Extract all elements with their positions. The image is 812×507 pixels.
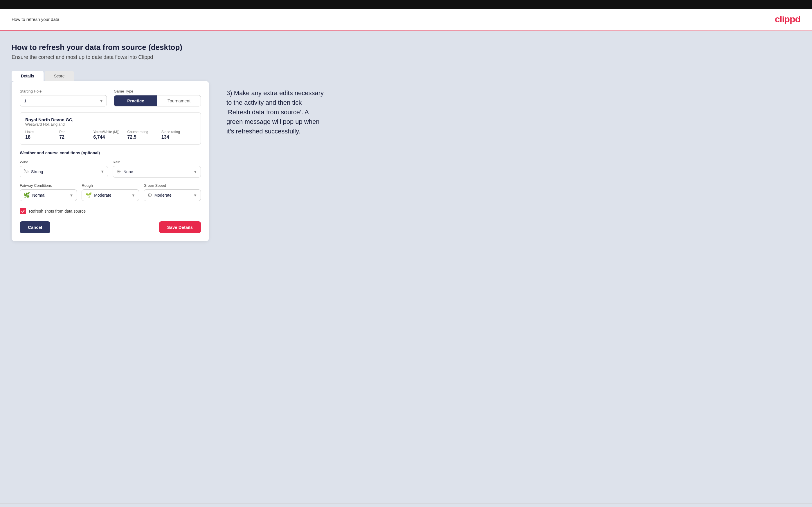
tab-strip: Details Score: [12, 71, 209, 81]
wind-arrow-icon: ▼: [100, 169, 104, 174]
game-type-toggle: Practice Tournament: [114, 95, 201, 106]
holes-label: Holes: [25, 130, 59, 134]
starting-hole-label: Starting Hole: [20, 89, 107, 94]
form-card-wrapper: Details Score Starting Hole 1 10 ▼: [12, 71, 209, 241]
fairway-label: Fairway Conditions: [20, 183, 77, 188]
side-instruction-text: 3) Make any extra edits necessary to the…: [226, 88, 325, 136]
button-row: Cancel Save Details: [20, 221, 201, 233]
page-heading: How to refresh your data from source (de…: [12, 43, 800, 52]
course-rating-label: Course rating: [128, 130, 161, 134]
fairway-group: Fairway Conditions 🌿 Normal ▼: [20, 183, 77, 201]
green-speed-arrow-icon: ▼: [193, 193, 197, 198]
rain-value: None: [123, 169, 193, 174]
rain-select[interactable]: ☀ None ▼: [113, 166, 201, 177]
rough-select[interactable]: 🌱 Moderate ▼: [82, 189, 139, 201]
rough-group: Rough 🌱 Moderate ▼: [82, 183, 139, 201]
course-stats: Holes 18 Par 72 Yards/White (M)) 6,744: [25, 130, 195, 140]
cancel-button[interactable]: Cancel: [20, 221, 50, 233]
header-title: How to refresh your data: [12, 17, 59, 22]
weather-section-label: Weather and course conditions (optional): [20, 151, 201, 155]
course-name: Royal North Devon GC,: [25, 117, 195, 122]
starting-hole-select[interactable]: 1 10: [20, 95, 107, 106]
course-location: Westward Hol, England: [25, 122, 195, 126]
wind-value: Strong: [31, 169, 100, 174]
side-instruction: 3) Make any extra edits necessary to the…: [226, 71, 325, 136]
tab-score[interactable]: Score: [45, 71, 74, 81]
fairway-select[interactable]: 🌿 Normal ▼: [20, 189, 77, 201]
tournament-button[interactable]: Tournament: [157, 96, 201, 106]
checkmark-icon: [21, 209, 25, 213]
starting-hole-group: Starting Hole 1 10 ▼: [20, 89, 107, 106]
practice-button[interactable]: Practice: [114, 96, 157, 106]
green-speed-value: Moderate: [154, 193, 193, 198]
green-speed-label: Green Speed: [144, 183, 201, 188]
rough-value: Moderate: [94, 193, 131, 198]
green-speed-icon: ⚙: [148, 192, 152, 199]
wind-label: Wind: [20, 160, 108, 164]
form-card: Starting Hole 1 10 ▼ Game Type Practi: [12, 81, 209, 241]
tab-details[interactable]: Details: [12, 71, 44, 81]
stat-yards: Yards/White (M)) 6,744: [93, 130, 127, 140]
course-rating-value: 72.5: [128, 134, 161, 140]
slope-rating-value: 134: [161, 134, 195, 140]
refresh-checkbox[interactable]: [20, 208, 26, 214]
stat-holes: Holes 18: [25, 130, 59, 140]
game-type-label: Game Type: [114, 89, 201, 94]
rain-label: Rain: [113, 160, 201, 164]
content-row: Details Score Starting Hole 1 10 ▼: [12, 71, 800, 241]
game-type-group: Game Type Practice Tournament: [114, 89, 201, 106]
fairway-icon: 🌿: [23, 192, 30, 199]
card-tabs: Details Score: [12, 71, 209, 81]
stat-course-rating: Course rating 72.5: [128, 130, 161, 140]
course-info-box: Royal North Devon GC, Westward Hol, Engl…: [20, 112, 201, 145]
wind-group: Wind 🌬 Strong ▼: [20, 160, 108, 177]
par-value: 72: [59, 134, 93, 140]
yards-label: Yards/White (M)): [93, 130, 127, 134]
save-button[interactable]: Save Details: [159, 221, 201, 233]
page-subheading: Ensure the correct and most up to date d…: [12, 54, 800, 60]
rough-icon: 🌱: [85, 192, 92, 199]
top-bar: [0, 0, 812, 9]
refresh-checkbox-label: Refresh shots from data source: [29, 209, 86, 214]
refresh-checkbox-row: Refresh shots from data source: [20, 208, 201, 214]
wind-select[interactable]: 🌬 Strong ▼: [20, 166, 108, 177]
stat-par: Par 72: [59, 130, 93, 140]
wind-rain-row: Wind 🌬 Strong ▼ Rain ☀ None ▼: [20, 160, 201, 177]
top-field-row: Starting Hole 1 10 ▼ Game Type Practi: [20, 89, 201, 106]
header: How to refresh your data clippd: [0, 9, 812, 31]
rough-label: Rough: [82, 183, 139, 188]
par-label: Par: [59, 130, 93, 134]
starting-hole-select-wrapper: 1 10 ▼: [20, 95, 107, 106]
rain-group: Rain ☀ None ▼: [113, 160, 201, 177]
holes-value: 18: [25, 134, 59, 140]
rain-arrow-icon: ▼: [193, 170, 197, 174]
green-speed-group: Green Speed ⚙ Moderate ▼: [144, 183, 201, 201]
logo: clippd: [775, 14, 800, 25]
wind-icon: 🌬: [23, 169, 29, 175]
footer: Copyright Clippd 2022: [0, 504, 812, 507]
conditions-row: Fairway Conditions 🌿 Normal ▼ Rough 🌱 Mo…: [20, 183, 201, 201]
fairway-arrow-icon: ▼: [69, 193, 73, 198]
rough-arrow-icon: ▼: [132, 193, 135, 198]
rain-icon: ☀: [116, 169, 121, 175]
green-speed-select[interactable]: ⚙ Moderate ▼: [144, 189, 201, 201]
fairway-value: Normal: [32, 193, 69, 198]
stat-slope-rating: Slope rating 134: [161, 130, 195, 140]
main-content: How to refresh your data from source (de…: [0, 31, 812, 504]
slope-rating-label: Slope rating: [161, 130, 195, 134]
yards-value: 6,744: [93, 134, 127, 140]
